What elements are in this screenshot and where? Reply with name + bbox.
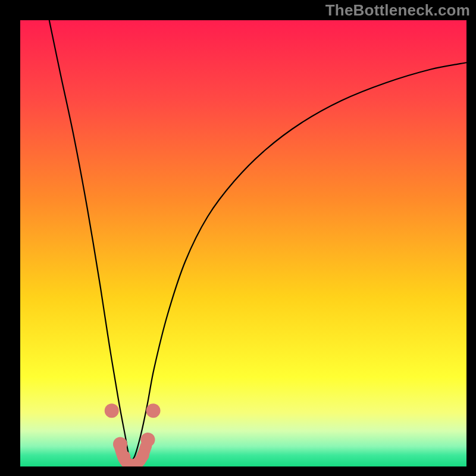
gradient-background [20, 20, 466, 466]
left-lower-dot [118, 450, 130, 463]
watermark-text: TheBottleneck.com [325, 1, 470, 20]
chart-frame: TheBottleneck.com [0, 0, 476, 476]
left-mid-dot [113, 437, 127, 452]
right-lower-dot [137, 449, 149, 462]
chart-svg [20, 20, 466, 466]
plot-area [20, 20, 466, 466]
right-mid-dot [141, 433, 155, 447]
left-upper-dot [105, 403, 119, 418]
right-upper-dot [146, 403, 161, 418]
